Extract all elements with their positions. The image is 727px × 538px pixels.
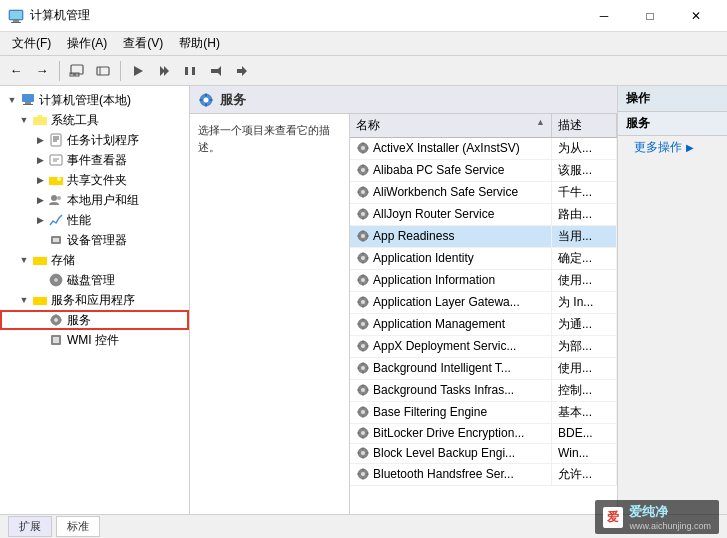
tab-standard[interactable]: 标准 (56, 516, 100, 537)
table-row[interactable]: Block Level Backup Engi...Win... (350, 443, 617, 463)
toolbar-btn-3[interactable] (126, 59, 150, 83)
tree-services[interactable]: 服务 (0, 310, 189, 330)
description-text: 选择一个项目来查看它的描述。 (198, 124, 330, 153)
table-row[interactable]: Bluetooth Handsfree Ser...允许... (350, 463, 617, 485)
svg-rect-132 (362, 447, 363, 449)
svg-rect-122 (358, 411, 360, 412)
svg-rect-97 (362, 327, 363, 329)
more-actions-item[interactable]: 更多操作 ▶ (618, 136, 727, 159)
table-row[interactable]: Background Tasks Infras...控制... (350, 380, 617, 402)
toolbar-btn-5[interactable] (178, 59, 202, 83)
tree-event-label: 事件查看器 (67, 152, 127, 169)
table-row[interactable]: Background Intelligent T...使用... (350, 358, 617, 380)
back-button[interactable]: ← (4, 59, 28, 83)
svg-point-89 (361, 300, 365, 304)
svg-rect-138 (362, 468, 363, 470)
svg-rect-37 (60, 320, 63, 321)
table-row[interactable]: Application Management为通... (350, 314, 617, 336)
table-row[interactable]: App Readiness当用... (350, 226, 617, 248)
tree-sys-tools[interactable]: ▼ 系统工具 (0, 110, 189, 130)
svg-marker-16 (237, 66, 247, 76)
table-row[interactable]: Base Filtering Engine基本... (350, 402, 617, 424)
svg-point-77 (361, 256, 365, 260)
svg-rect-57 (367, 169, 369, 170)
svg-rect-3 (10, 11, 22, 19)
tree-perf[interactable]: ▶ 性能 (0, 210, 189, 230)
table-row[interactable]: ActiveX Installer (AxInstSV)为从... (350, 138, 617, 160)
forward-button[interactable]: → (30, 59, 54, 83)
svg-rect-114 (362, 384, 363, 386)
menu-view[interactable]: 查看(V) (115, 33, 171, 55)
tree-diskmgr-label: 磁盘管理 (67, 272, 115, 289)
svg-rect-126 (362, 427, 363, 429)
services-table: 名称 ▲ 描述 ActiveX Installer (AxInstSV)为从..… (350, 114, 617, 486)
up-button[interactable] (65, 59, 89, 83)
svg-rect-48 (362, 142, 363, 144)
toolbar-btn-7[interactable] (230, 59, 254, 83)
table-row[interactable]: Application Identity确定... (350, 248, 617, 270)
toolbar-btn-6[interactable] (204, 59, 228, 83)
svg-rect-111 (367, 367, 369, 368)
close-button[interactable]: ✕ (673, 0, 719, 32)
svg-point-27 (57, 196, 61, 200)
table-row[interactable]: Application Layer Gatewa...为 In... (350, 292, 617, 314)
tree-tasks[interactable]: ▶ 任务计划程序 (0, 130, 189, 150)
tree-storage[interactable]: ▼ 存储 (0, 250, 189, 270)
show-hide-button[interactable] (91, 59, 115, 83)
tab-extend[interactable]: 扩展 (8, 516, 52, 537)
svg-rect-44 (200, 99, 203, 100)
col-name[interactable]: 名称 ▲ (350, 114, 551, 138)
maximize-button[interactable]: □ (627, 0, 673, 32)
tree-shared[interactable]: ▶ 共享文件夹 (0, 170, 189, 190)
tree-diskmgr[interactable]: 磁盘管理 (0, 270, 189, 290)
svg-rect-75 (367, 235, 369, 236)
svg-rect-115 (362, 393, 363, 395)
toolbar-btn-4[interactable] (152, 59, 176, 83)
tree-root[interactable]: ▼ 计算机管理(本地) (0, 90, 189, 110)
table-row[interactable]: Application Information使用... (350, 270, 617, 292)
svg-rect-73 (362, 239, 363, 241)
expand-root: ▼ (4, 92, 20, 108)
menu-help[interactable]: 帮助(H) (171, 33, 228, 55)
menu-action[interactable]: 操作(A) (59, 33, 115, 55)
app-icon (8, 8, 24, 24)
svg-marker-11 (164, 66, 169, 76)
action-sub-header: 服务 (618, 112, 727, 136)
svg-rect-128 (358, 432, 360, 433)
menu-file[interactable]: 文件(F) (4, 33, 59, 55)
middle-body: 选择一个项目来查看它的描述。 名称 ▲ 描述 (190, 114, 617, 514)
svg-rect-90 (362, 296, 363, 298)
col-desc[interactable]: 描述 (551, 114, 616, 138)
expand-storage: ▼ (16, 252, 32, 268)
tree-services-apps[interactable]: ▼ 服务和应用程序 (0, 290, 189, 310)
table-row[interactable]: AliWorkbench Safe Service千牛... (350, 182, 617, 204)
tree-users-label: 本地用户和组 (67, 192, 139, 209)
table-row[interactable]: AllJoyn Router Service路由... (350, 204, 617, 226)
svg-rect-49 (362, 151, 363, 153)
expand-wmi (32, 332, 48, 348)
table-row[interactable]: Alibaba PC Safe Service该服... (350, 160, 617, 182)
description-panel: 选择一个项目来查看它的描述。 (190, 114, 350, 514)
tree-tasks-label: 任务计划程序 (67, 132, 139, 149)
svg-point-71 (361, 234, 365, 238)
svg-rect-66 (362, 208, 363, 210)
table-row[interactable]: AppX Deployment Servic...为部... (350, 336, 617, 358)
tree-wmi[interactable]: WMI 控件 (0, 330, 189, 350)
tree-devmgr[interactable]: 设备管理器 (0, 230, 189, 250)
title-bar-controls: ─ □ ✕ (581, 0, 719, 32)
minimize-button[interactable]: ─ (581, 0, 627, 32)
svg-rect-43 (205, 103, 206, 106)
table-row[interactable]: BitLocker Drive Encryption...BDE... (350, 424, 617, 444)
computer-icon (20, 92, 36, 108)
svg-point-47 (361, 146, 365, 150)
svg-rect-81 (367, 257, 369, 258)
middle-header-text: 服务 (220, 91, 246, 109)
svg-point-65 (361, 212, 365, 216)
svg-rect-80 (358, 257, 360, 258)
toolbar: ← → (0, 56, 727, 86)
svg-rect-24 (50, 155, 62, 165)
svg-rect-34 (56, 314, 57, 317)
tree-event[interactable]: ▶ 事件查看器 (0, 150, 189, 170)
svg-rect-121 (362, 415, 363, 417)
tree-users[interactable]: ▶ 本地用户和组 (0, 190, 189, 210)
